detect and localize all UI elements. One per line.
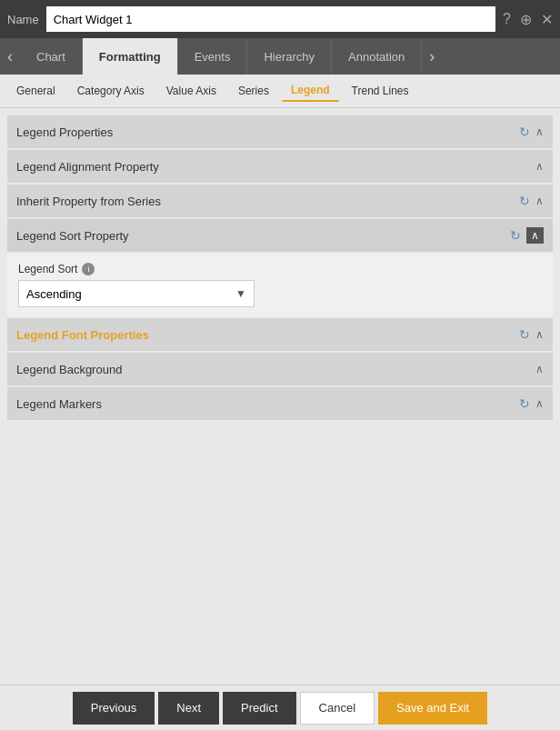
tab-chart[interactable]: Chart xyxy=(20,38,83,75)
next-button[interactable]: Next xyxy=(158,692,219,725)
previous-button[interactable]: Previous xyxy=(73,692,155,725)
info-icon[interactable]: i xyxy=(82,263,95,275)
section-inherit-property[interactable]: Inherit Property from Series ↻ ∧ xyxy=(7,185,553,217)
name-label: Name xyxy=(7,13,39,26)
tab-hierarchy[interactable]: Hierarchy xyxy=(247,38,332,75)
sort-select[interactable]: Ascending ▼ xyxy=(18,280,255,307)
section-legend-font[interactable]: Legend Font Properties ↻ ∧ xyxy=(7,318,553,351)
help-icon[interactable]: ? xyxy=(503,11,511,28)
sub-tab-series[interactable]: Series xyxy=(229,81,278,101)
section-legend-properties[interactable]: Legend Properties ↻ ∧ xyxy=(7,115,553,148)
collapse-background[interactable]: ∧ xyxy=(535,363,544,375)
collapse-font[interactable]: ∧ xyxy=(535,328,544,341)
sub-tab-legend[interactable]: Legend xyxy=(282,80,339,102)
refresh-icon-inherit[interactable]: ↻ xyxy=(519,194,530,208)
sub-tab-general[interactable]: General xyxy=(7,81,65,101)
refresh-icon-legend-props[interactable]: ↻ xyxy=(519,125,530,139)
collapse-sort[interactable]: ∧ xyxy=(526,227,544,244)
tab-next[interactable]: › xyxy=(422,38,442,75)
legend-sort-content: Legend Sort i Ascending ▼ xyxy=(7,254,553,316)
refresh-icon-sort[interactable]: ↻ xyxy=(510,228,521,243)
sub-tab-category-axis[interactable]: Category Axis xyxy=(68,81,154,101)
section-legend-alignment[interactable]: Legend Alignment Property ∧ xyxy=(7,150,553,183)
top-tab-bar: ‹ Chart Formatting Events Hierarchy Anno… xyxy=(0,38,560,75)
footer: Previous Next Predict Cancel Save and Ex… xyxy=(0,685,560,730)
collapse-legend-alignment[interactable]: ∧ xyxy=(535,160,544,173)
main-content: Legend Properties ↻ ∧ Legend Alignment P… xyxy=(0,108,560,429)
section-legend-markers[interactable]: Legend Markers ↻ ∧ xyxy=(7,387,553,420)
collapse-legend-props[interactable]: ∧ xyxy=(535,125,544,138)
refresh-icon-markers[interactable]: ↻ xyxy=(519,396,530,411)
sort-dropdown-arrow: ▼ xyxy=(235,287,246,300)
name-input[interactable] xyxy=(46,6,495,32)
cancel-button[interactable]: Cancel xyxy=(300,692,375,725)
collapse-inherit[interactable]: ∧ xyxy=(535,195,544,207)
move-icon[interactable]: ⊕ xyxy=(520,11,532,28)
sub-tab-value-axis[interactable]: Value Axis xyxy=(157,81,225,101)
section-legend-background[interactable]: Legend Background ∧ xyxy=(7,353,553,385)
section-legend-sort[interactable]: Legend Sort Property ↻ ∧ xyxy=(7,219,553,252)
save-exit-button[interactable]: Save and Exit xyxy=(378,692,487,725)
close-icon[interactable]: ✕ xyxy=(541,11,553,28)
tab-prev[interactable]: ‹ xyxy=(0,38,20,75)
sub-tab-trend-lines[interactable]: Trend Lines xyxy=(343,81,418,101)
refresh-icon-font[interactable]: ↻ xyxy=(519,327,530,342)
sort-label: Legend Sort i xyxy=(18,263,542,275)
sub-tab-bar: General Category Axis Value Axis Series … xyxy=(0,75,560,108)
tab-annotation[interactable]: Annotation xyxy=(332,38,422,75)
tab-formatting[interactable]: Formatting xyxy=(83,38,178,75)
collapse-markers[interactable]: ∧ xyxy=(535,397,544,410)
tab-events[interactable]: Events xyxy=(178,38,248,75)
predict-button[interactable]: Predict xyxy=(223,692,295,725)
